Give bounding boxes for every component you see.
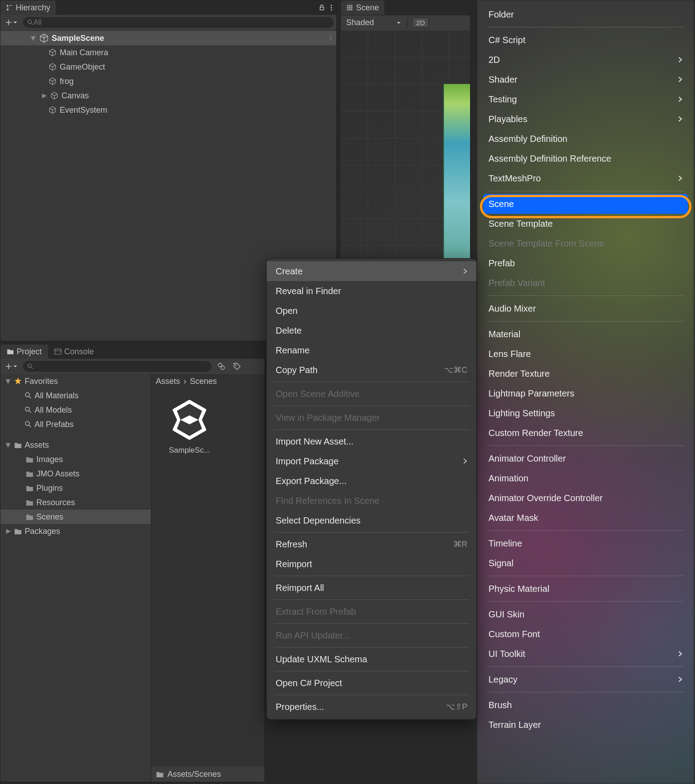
submenu-item[interactable]: Scene Template bbox=[477, 214, 694, 233]
favorite-item[interactable]: All Materials bbox=[0, 388, 151, 403]
hierarchy-item[interactable]: Main Camera bbox=[0, 45, 336, 60]
project-create-dropdown[interactable] bbox=[3, 363, 19, 370]
submenu-item[interactable]: Prefab bbox=[477, 253, 694, 273]
submenu-item[interactable]: Legacy bbox=[477, 669, 694, 689]
2d-toggle-button[interactable]: 2D bbox=[412, 18, 429, 28]
submenu-item[interactable]: Material bbox=[477, 324, 694, 344]
filter-type-icon[interactable] bbox=[215, 362, 228, 371]
menu-separator bbox=[487, 692, 684, 692]
submenu-item-label: Assembly Definition Reference bbox=[488, 154, 611, 164]
svg-point-2 bbox=[331, 9, 332, 11]
menu-item[interactable]: Reimport bbox=[267, 554, 476, 574]
submenu-item[interactable]: Animator Override Controller bbox=[477, 488, 694, 508]
hierarchy-item[interactable]: ▼Canvas bbox=[0, 88, 336, 103]
kebab-icon[interactable] bbox=[330, 35, 332, 42]
project-search-input[interactable] bbox=[34, 362, 207, 370]
submenu-item[interactable]: Assembly Definition bbox=[477, 129, 694, 149]
submenu-item[interactable]: Terrain Layer bbox=[477, 715, 694, 735]
submenu-item[interactable]: Playables bbox=[477, 109, 694, 129]
menu-item[interactable]: Open C# Project bbox=[267, 673, 476, 693]
submenu-item[interactable]: Avatar Mask bbox=[477, 508, 694, 528]
menu-item[interactable]: Import Package bbox=[267, 451, 476, 471]
hierarchy-item[interactable]: EventSystem bbox=[0, 103, 336, 117]
hierarchy-item[interactable]: frog bbox=[0, 74, 336, 88]
svg-point-4 bbox=[330, 36, 331, 37]
menu-item[interactable]: Reveal in Finder bbox=[267, 281, 476, 301]
console-icon bbox=[54, 348, 62, 355]
console-tab[interactable]: Console bbox=[48, 344, 100, 359]
submenu-item[interactable]: Lighting Settings bbox=[477, 403, 694, 423]
submenu-item[interactable]: Brush bbox=[477, 695, 694, 715]
asset-folder-item[interactable]: Plugins bbox=[0, 481, 151, 495]
breadcrumb-a[interactable]: Assets bbox=[156, 377, 180, 386]
submenu-item[interactable]: Timeline bbox=[477, 533, 694, 553]
submenu-item[interactable]: Lens Flare bbox=[477, 344, 694, 364]
menu-item[interactable]: Refresh⌘R bbox=[267, 534, 476, 554]
scene-tab[interactable]: Scene bbox=[341, 0, 384, 15]
create-dropdown[interactable] bbox=[3, 19, 19, 26]
menu-item[interactable]: Import New Asset... bbox=[267, 432, 476, 451]
assets-row[interactable]: ▼ Assets bbox=[0, 438, 151, 452]
submenu-item[interactable]: Animator Controller bbox=[477, 449, 694, 468]
submenu-item[interactable]: Animation bbox=[477, 468, 694, 488]
submenu-item[interactable]: Testing bbox=[477, 89, 694, 109]
submenu-item-label: Signal bbox=[488, 558, 514, 568]
submenu-item-label: Assembly Definition bbox=[488, 134, 567, 144]
fold-icon[interactable]: ▼ bbox=[40, 92, 49, 99]
menu-item[interactable]: Delete bbox=[267, 321, 476, 340]
project-panel: Project Console ▼ Favorites All Material… bbox=[0, 344, 265, 782]
menu-item[interactable]: Open bbox=[267, 301, 476, 321]
asset-folder-item[interactable]: JMO Assets bbox=[0, 467, 151, 481]
submenu-item[interactable]: UI Toolkit bbox=[477, 644, 694, 664]
submenu-item: Scene Template From Scene bbox=[477, 233, 694, 253]
filter-label-icon[interactable] bbox=[231, 362, 243, 370]
breadcrumb[interactable]: Assets › Scenes bbox=[151, 374, 264, 388]
favorite-item[interactable]: All Prefabs bbox=[0, 417, 151, 432]
breadcrumb-b[interactable]: Scenes bbox=[190, 377, 217, 386]
submenu-item[interactable]: Shader bbox=[477, 70, 694, 89]
menu-item[interactable]: Properties...⌥⇧P bbox=[267, 697, 476, 717]
submenu-item[interactable]: Folder bbox=[477, 4, 694, 24]
console-tab-label: Console bbox=[64, 347, 94, 357]
menu-item[interactable]: Rename bbox=[267, 340, 476, 360]
asset-item[interactable]: SampleSc... bbox=[160, 397, 219, 455]
menu-item[interactable]: Copy Path⌥⌘C bbox=[267, 360, 476, 380]
submenu-item[interactable]: Assembly Definition Reference bbox=[477, 149, 694, 168]
submenu-item[interactable]: TextMeshPro bbox=[477, 168, 694, 188]
favorites-row[interactable]: ▼ Favorites bbox=[0, 374, 151, 388]
submenu-item[interactable]: GUI Skin bbox=[477, 604, 694, 624]
hierarchy-tab[interactable]: Hierarchy bbox=[0, 0, 56, 15]
submenu-item[interactable]: Scene bbox=[483, 194, 688, 214]
hierarchy-item[interactable]: GameObject bbox=[0, 60, 336, 74]
hierarchy-search-input[interactable] bbox=[34, 18, 329, 26]
submenu-item[interactable]: Custom Font bbox=[477, 624, 694, 644]
submenu-item[interactable]: Signal bbox=[477, 553, 694, 573]
hierarchy-search[interactable] bbox=[23, 17, 334, 28]
submenu-item[interactable]: Custom Render Texture bbox=[477, 423, 694, 443]
menu-item[interactable]: Update UXML Schema bbox=[267, 649, 476, 669]
project-tab[interactable]: Project bbox=[0, 344, 48, 359]
submenu-item[interactable]: Physic Material bbox=[477, 579, 694, 599]
fold-icon[interactable]: ▼ bbox=[30, 34, 36, 43]
packages-row[interactable]: ▼ Packages bbox=[0, 524, 151, 538]
asset-grid[interactable]: SampleSc... bbox=[151, 388, 264, 766]
kebab-icon[interactable] bbox=[330, 4, 333, 11]
submenu-item[interactable]: C# Script bbox=[477, 30, 694, 50]
menu-item[interactable]: Reimport All bbox=[267, 578, 476, 598]
menu-item[interactable]: Create bbox=[267, 261, 476, 281]
menu-item[interactable]: Select Dependencies bbox=[267, 511, 476, 530]
menu-item[interactable]: Export Package... bbox=[267, 471, 476, 491]
submenu-item[interactable]: Render Texture bbox=[477, 364, 694, 383]
menu-item-label: Create bbox=[276, 266, 303, 277]
favorite-item[interactable]: All Models bbox=[0, 403, 151, 417]
scene-root-row[interactable]: ▼ SampleScene bbox=[0, 31, 336, 45]
asset-folder-item[interactable]: Images bbox=[0, 452, 151, 467]
submenu-item[interactable]: Audio Mixer bbox=[477, 299, 694, 318]
submenu-item[interactable]: Lightmap Parameters bbox=[477, 383, 694, 403]
project-search[interactable] bbox=[23, 361, 211, 372]
asset-folder-item[interactable]: Scenes bbox=[0, 510, 151, 524]
submenu-item[interactable]: 2D bbox=[477, 50, 694, 70]
asset-folder-item[interactable]: Resources bbox=[0, 495, 151, 510]
shading-mode-dropdown[interactable]: Shaded bbox=[344, 18, 403, 27]
lock-icon[interactable] bbox=[318, 4, 326, 11]
